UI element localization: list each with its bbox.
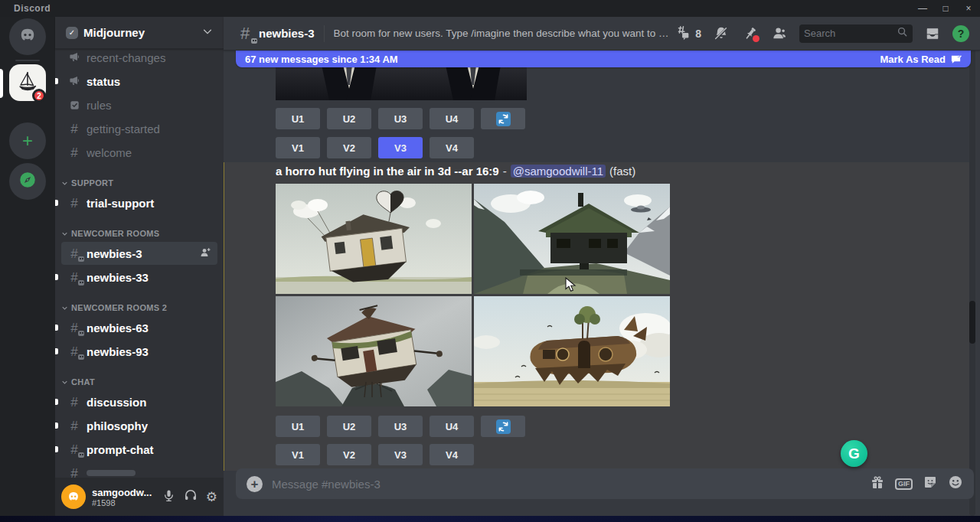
u1-button[interactable]: U1 [276, 108, 320, 129]
v4-button[interactable]: V4 [430, 137, 474, 158]
v2-button[interactable]: V2 [327, 444, 371, 465]
headphones-icon[interactable] [184, 488, 198, 505]
help-icon[interactable]: ? [952, 25, 969, 42]
channel-partial[interactable]: # [61, 462, 217, 478]
channel-getting-started[interactable]: # getting-started [61, 117, 217, 140]
u4-button[interactable]: U4 [430, 416, 474, 437]
gift-icon[interactable] [870, 475, 885, 493]
inbox-icon[interactable] [923, 24, 942, 43]
avatar[interactable] [61, 484, 86, 509]
mark-as-read-button[interactable]: Mark As Read [880, 54, 962, 65]
user-mention[interactable]: @samgoodwill-11 [511, 165, 606, 178]
channel-philosophy[interactable]: # philosophy [61, 414, 217, 437]
close-button[interactable]: × [957, 0, 980, 17]
gif-picker-icon[interactable]: GIF [895, 478, 913, 490]
grid-image-3[interactable] [276, 296, 472, 406]
channel-recent-changes[interactable]: recent-changes [61, 49, 217, 69]
u1-button[interactable]: U1 [276, 416, 320, 437]
bot-chip-icon [78, 354, 84, 360]
create-invite-icon[interactable] [199, 246, 211, 261]
v3-button[interactable]: V3 [378, 444, 423, 465]
reroll-button[interactable] [481, 108, 525, 129]
category-newcomer-rooms-2[interactable]: NEWCOMER ROOMS 2 [61, 301, 217, 315]
reroll-button[interactable] [481, 416, 525, 437]
message-input[interactable] [272, 478, 861, 491]
pin-alert-dot [753, 35, 760, 42]
pinned-messages-icon[interactable] [741, 24, 760, 43]
message-list: U1 U2 U3 U4 V1 V2 V3 V4 a horro hut fly [224, 51, 980, 516]
category-newcomer-rooms[interactable]: NEWCOMER ROOMS [61, 227, 217, 240]
grid-image-2[interactable] [474, 184, 670, 294]
channel-newbies-93[interactable]: # newbies-93 [61, 340, 217, 363]
threads-count: 8 [695, 28, 701, 40]
category-support[interactable]: SUPPORT [61, 176, 217, 190]
v1-button[interactable]: V1 [276, 444, 320, 465]
search-input[interactable] [804, 28, 897, 39]
chat-scrollbar-thumb[interactable] [969, 301, 975, 344]
u2-button[interactable]: U2 [327, 108, 371, 129]
microphone-icon[interactable] [162, 489, 175, 505]
chevron-down-icon [61, 305, 68, 312]
u4-button[interactable]: U4 [430, 108, 474, 129]
v4-button[interactable]: V4 [430, 444, 474, 465]
plus-icon: + [22, 132, 33, 150]
v3-button-active[interactable]: V3 [378, 137, 423, 158]
channel-discussion[interactable]: # discussion [61, 390, 217, 413]
home-button[interactable] [9, 18, 46, 55]
discriminator: #1598 [92, 498, 162, 507]
app-title: Discord [14, 3, 51, 14]
category-chat[interactable]: CHAT [61, 375, 217, 389]
rail-divider [15, 60, 40, 61]
channel-list: recent-changes status rules # getting-st… [55, 49, 224, 478]
channel-prompt-chat[interactable]: # prompt-chat [61, 438, 217, 461]
u3-button[interactable]: U3 [378, 416, 423, 437]
channel-newbies-33[interactable]: # newbies-33 [61, 266, 217, 289]
generated-image-partial[interactable] [276, 65, 527, 100]
channel-newbies-63[interactable]: # newbies-63 [61, 316, 217, 339]
new-messages-banner[interactable]: 67 new messages since 1:34 AM Mark As Re… [236, 51, 971, 67]
search-icon [897, 26, 908, 41]
hash-bot-icon: # [70, 443, 77, 456]
attach-plus-icon[interactable]: + [247, 476, 263, 492]
v1-button[interactable]: V1 [276, 137, 320, 158]
channel-topic[interactable]: Bot room for new users. Type /imagine th… [334, 28, 675, 39]
chevron-down-icon [61, 180, 68, 187]
maximize-button[interactable]: □ [934, 0, 957, 17]
channel-rules[interactable]: rules [61, 93, 217, 116]
u2-button[interactable]: U2 [327, 416, 371, 437]
channel-status[interactable]: status [61, 70, 217, 93]
threads-icon[interactable] [674, 24, 692, 43]
titlebar: Discord — □ × [0, 0, 980, 17]
explore-servers-button[interactable] [9, 163, 46, 200]
add-server-button[interactable]: + [9, 122, 46, 159]
notifications-muted-icon[interactable] [712, 24, 730, 43]
prompt-text: a horro hut flying in the air in 3d --ar… [276, 165, 499, 178]
guild-header[interactable]: ✓ Midjourney [55, 17, 224, 49]
server-selected-pill [0, 69, 3, 98]
hash-bot-icon: # [70, 321, 77, 334]
u3-button[interactable]: U3 [378, 108, 423, 129]
bot-chip-icon [78, 452, 84, 458]
search-box[interactable] [799, 24, 913, 43]
refresh-icon [496, 419, 511, 434]
channel-trial-support[interactable]: # trial-support [61, 191, 217, 214]
variation-buttons-row-2: V1 V2 V3 V4 [276, 444, 474, 465]
variation-buttons-row-1: V1 V2 V3 V4 [276, 137, 474, 158]
member-list-icon[interactable] [770, 24, 789, 43]
settings-gear-icon[interactable]: ⚙ [206, 491, 217, 504]
unread-pill [55, 78, 58, 84]
clipped-channel-name [87, 470, 136, 476]
grid-image-4[interactable] [474, 296, 670, 406]
grid-image-1[interactable] [276, 184, 472, 294]
generated-image-grid[interactable] [276, 184, 670, 406]
chat-scrollbar-track[interactable] [969, 17, 975, 516]
hash-icon: # [70, 396, 77, 409]
minimize-button[interactable]: — [911, 0, 934, 17]
grammarly-button[interactable]: G [841, 440, 867, 467]
user-meta[interactable]: samgoodw... #1598 [92, 487, 162, 507]
channel-welcome[interactable]: # welcome [61, 141, 217, 164]
v2-button[interactable]: V2 [327, 137, 371, 158]
channel-newbies-3[interactable]: # newbies-3 [61, 242, 217, 265]
sticker-icon[interactable] [923, 475, 938, 493]
emoji-icon[interactable] [948, 475, 963, 493]
